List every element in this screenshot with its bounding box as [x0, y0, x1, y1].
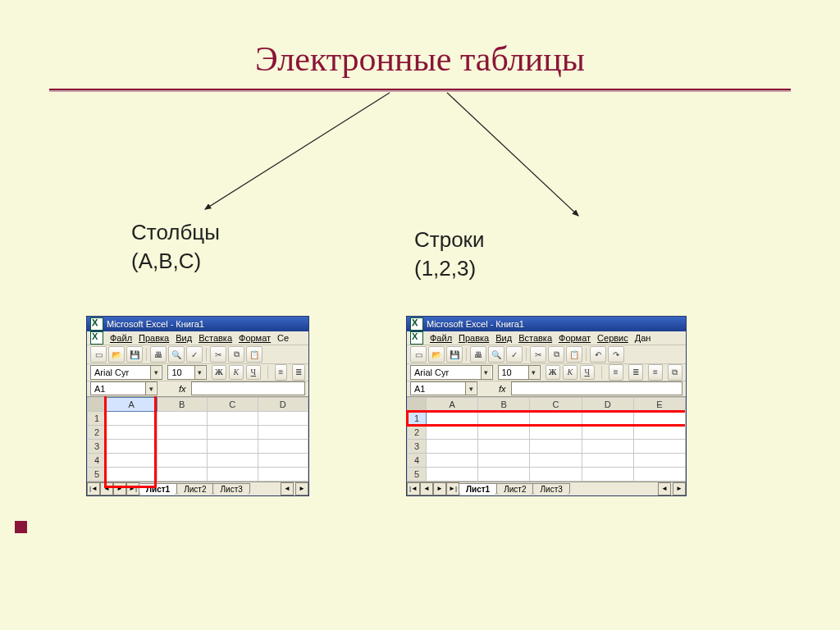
row-header-5[interactable]: 5	[88, 467, 107, 481]
menu-insert[interactable]: Вставка	[199, 333, 232, 343]
menu-view[interactable]: Вид	[176, 333, 192, 343]
align-right-icon[interactable]: ≡	[648, 364, 663, 381]
new-doc-icon[interactable]: ▭	[410, 346, 427, 363]
cut-icon[interactable]: ✂	[210, 346, 226, 363]
font-size-combo[interactable]: 10	[167, 365, 206, 380]
name-box[interactable]: A1	[410, 381, 477, 395]
open-icon[interactable]: 📂	[428, 346, 445, 363]
col-header-D[interactable]: D	[258, 397, 308, 411]
menu-file[interactable]: Файл	[430, 333, 452, 343]
menu-tools-trunc[interactable]: Се	[277, 333, 289, 343]
sheet-nav-prev[interactable]: ◄	[420, 482, 433, 495]
formula-input[interactable]	[511, 381, 682, 395]
sheet-nav-next[interactable]: ►	[113, 482, 126, 495]
menu-file[interactable]: Файл	[110, 333, 132, 343]
hscroll-left-icon[interactable]: ◄	[281, 482, 294, 495]
row-header-3[interactable]: 3	[408, 439, 427, 453]
underline-button[interactable]: Ч	[580, 365, 595, 380]
italic-button[interactable]: К	[229, 365, 244, 380]
sheet-tab-3[interactable]: Лист3	[212, 483, 249, 495]
open-icon[interactable]: 📂	[108, 346, 125, 363]
sheet-tab-1[interactable]: Лист1	[459, 483, 497, 495]
merge-icon[interactable]: ⧉	[668, 364, 682, 381]
fx-label[interactable]: fx	[179, 384, 186, 394]
worksheet-grid[interactable]: A B C D E 1 2 3 4 5	[407, 397, 686, 482]
row-header-2[interactable]: 2	[408, 425, 427, 439]
italic-button[interactable]: К	[563, 365, 578, 380]
font-combo[interactable]: Arial Cyr	[90, 365, 162, 380]
row-header-1[interactable]: 1	[408, 411, 427, 425]
fx-label[interactable]: fx	[499, 384, 506, 394]
col-header-C[interactable]: C	[530, 397, 582, 411]
align-left-icon[interactable]: ≡	[275, 364, 288, 381]
save-icon[interactable]: 💾	[126, 346, 143, 363]
save-icon[interactable]: 💾	[446, 346, 463, 363]
align-center-icon[interactable]: ≣	[628, 364, 643, 381]
bold-button[interactable]: Ж	[212, 365, 226, 380]
paste-icon[interactable]: 📋	[246, 346, 262, 363]
align-left-icon[interactable]: ≡	[609, 364, 623, 381]
sheet-nav-next[interactable]: ►	[433, 482, 446, 495]
print-icon[interactable]: 🖶	[150, 346, 167, 363]
col-header-A[interactable]: A	[107, 397, 158, 411]
sheet-nav-first[interactable]: |◄	[407, 482, 420, 495]
standard-toolbar: ▭ 📂 💾 🖶 🔍 ✓ ✂ ⧉ 📋	[87, 345, 308, 364]
col-header-B[interactable]: B	[157, 397, 208, 411]
copy-icon[interactable]: ⧉	[228, 346, 244, 363]
titlebar[interactable]: Microsoft Excel - Книга1	[87, 317, 308, 331]
sheet-tab-2[interactable]: Лист2	[176, 483, 213, 495]
row-header-1[interactable]: 1	[88, 411, 107, 425]
cut-icon[interactable]: ✂	[530, 346, 546, 363]
menu-insert[interactable]: Вставка	[518, 333, 552, 343]
menu-format[interactable]: Формат	[559, 333, 591, 343]
sheet-nav-last[interactable]: ►|	[446, 482, 459, 495]
select-all-corner[interactable]	[88, 397, 107, 411]
formula-input[interactable]	[191, 381, 305, 395]
row-header-3[interactable]: 3	[88, 439, 107, 453]
sheet-tab-1[interactable]: Лист1	[139, 483, 177, 495]
row-header-4[interactable]: 4	[88, 453, 107, 467]
bold-button[interactable]: Ж	[546, 365, 560, 380]
name-box[interactable]: A1	[90, 381, 158, 395]
menu-edit[interactable]: Правка	[139, 333, 169, 343]
col-header-D[interactable]: D	[582, 397, 633, 411]
paste-icon[interactable]: 📋	[566, 346, 582, 363]
sheet-nav-last[interactable]: ►|	[126, 482, 139, 495]
select-all-corner[interactable]	[408, 397, 427, 411]
undo-icon[interactable]: ↶	[590, 346, 606, 363]
menu-view[interactable]: Вид	[495, 333, 512, 343]
spell-icon[interactable]: ✓	[186, 346, 203, 363]
col-header-C[interactable]: C	[208, 397, 258, 411]
sheet-tab-2[interactable]: Лист2	[496, 483, 533, 495]
preview-icon[interactable]: 🔍	[168, 346, 185, 363]
col-header-B[interactable]: B	[478, 397, 530, 411]
hscroll-right-icon[interactable]: ►	[673, 482, 686, 495]
worksheet-grid[interactable]: A B C D 1 2 3 4 5	[87, 397, 308, 482]
menu-format[interactable]: Формат	[239, 333, 271, 343]
print-icon[interactable]: 🖶	[470, 346, 486, 363]
hscroll-left-icon[interactable]: ◄	[658, 482, 671, 495]
redo-icon[interactable]: ↷	[608, 346, 624, 363]
row-header-5[interactable]: 5	[408, 467, 427, 481]
underline-button[interactable]: Ч	[246, 365, 261, 380]
sheet-nav-prev[interactable]: ◄	[100, 482, 113, 495]
copy-icon[interactable]: ⧉	[548, 346, 564, 363]
menu-edit[interactable]: Правка	[459, 333, 489, 343]
spell-icon[interactable]: ✓	[506, 346, 523, 363]
col-header-E[interactable]: E	[633, 397, 685, 411]
font-combo[interactable]: Arial Cyr	[410, 365, 493, 380]
sheet-tab-3[interactable]: Лист3	[532, 483, 569, 495]
titlebar[interactable]: Microsoft Excel - Книга1	[407, 317, 686, 331]
row-header-4[interactable]: 4	[408, 453, 427, 467]
sheet-nav-first[interactable]: |◄	[87, 482, 100, 495]
row-header-2[interactable]: 2	[88, 425, 107, 439]
menu-tools[interactable]: Сервис	[597, 333, 628, 343]
preview-icon[interactable]: 🔍	[488, 346, 504, 363]
hscroll-right-icon[interactable]: ►	[295, 482, 308, 495]
formula-bar: A1 fx	[87, 381, 308, 397]
align-center-icon[interactable]: ≣	[292, 364, 305, 381]
col-header-A[interactable]: A	[427, 397, 478, 411]
font-size-combo[interactable]: 10	[498, 365, 541, 380]
new-doc-icon[interactable]: ▭	[90, 346, 107, 363]
menu-data-trunc[interactable]: Дан	[635, 333, 651, 343]
